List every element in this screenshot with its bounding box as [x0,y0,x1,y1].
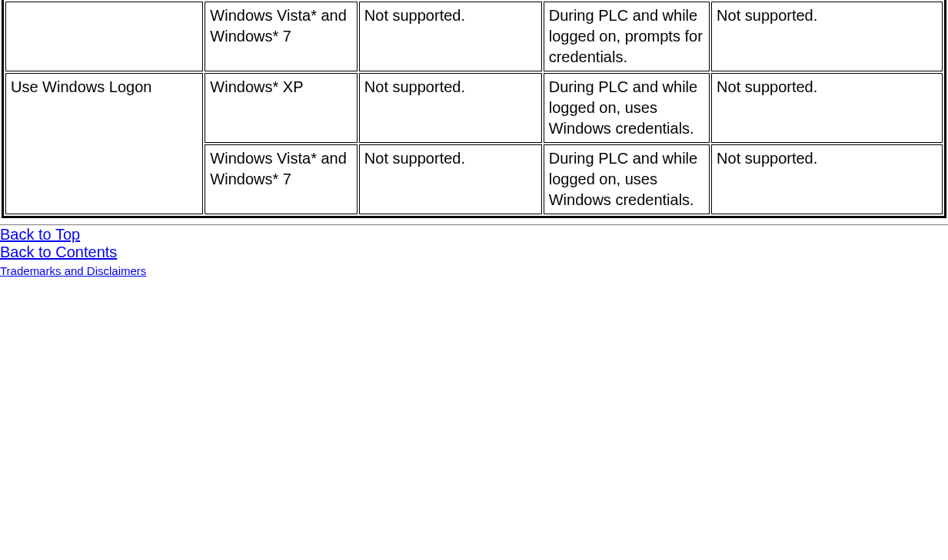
cell: Use Windows Logon [5,73,203,214]
table-row: Use Windows Logon Windows* XP Not suppor… [5,73,943,143]
cell: Windows* XP [205,73,357,143]
cell: Not supported. [711,73,943,143]
cell: Windows Vista* and Windows* 7 [205,2,357,71]
cell: Not supported. [711,144,943,214]
cell: Not supported. [359,2,542,71]
cell: Not supported. [359,73,542,143]
trademarks-link[interactable]: Trademarks and Disclaimers [0,264,146,277]
cell: Windows Vista* and Windows* 7 [205,144,357,214]
cell: During PLC and while logged on, uses Win… [544,73,710,143]
cell: During PLC and while logged on, uses Win… [544,144,710,214]
cell: During PLC and while logged on, prompts … [544,2,710,71]
cell: Not supported. [359,144,542,214]
footer-links: Back to Top Back to Contents Trademarks … [0,226,948,279]
table-row: Windows Vista* and Windows* 7 Not suppor… [5,2,943,71]
back-to-top-link[interactable]: Back to Top [0,226,80,244]
cell [5,2,203,71]
support-table: Windows Vista* and Windows* 7 Not suppor… [2,0,946,218]
cell: Not supported. [711,2,943,71]
back-to-contents-link[interactable]: Back to Contents [0,244,117,261]
